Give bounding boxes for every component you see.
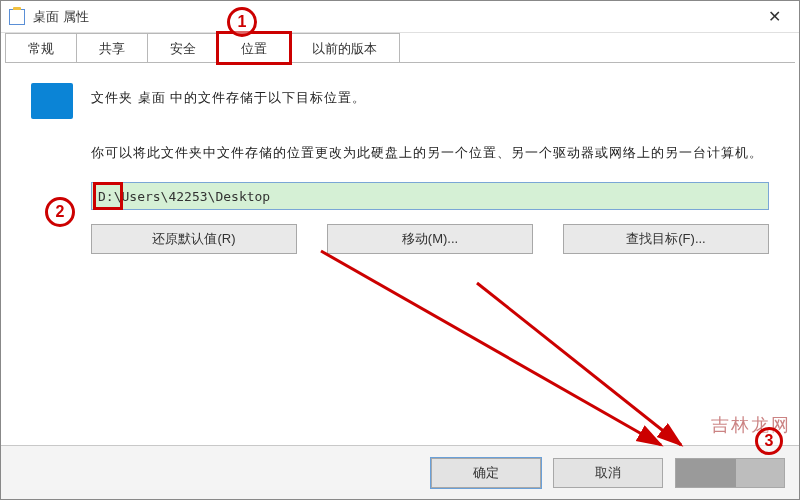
ok-button[interactable]: 确定	[431, 458, 541, 488]
watermark: 吉林龙网	[711, 413, 791, 437]
restore-defaults-button[interactable]: 还原默认值(R)	[91, 224, 297, 254]
description-line1: 文件夹 桌面 中的文件存储于以下目标位置。	[91, 83, 366, 107]
tab-strip: 常规 共享 安全 位置 以前的版本	[5, 33, 795, 63]
apply-censor-mask	[676, 459, 736, 487]
path-row	[91, 182, 769, 210]
description-line2: 你可以将此文件夹中文件存储的位置更改为此硬盘上的另一个位置、另一个驱动器或网络上…	[91, 141, 769, 164]
window-title: 桌面 属性	[33, 8, 89, 26]
tab-sharing[interactable]: 共享	[76, 33, 148, 62]
location-buttons: 还原默认值(R) 移动(M)... 查找目标(F)...	[91, 224, 769, 254]
location-path-input[interactable]	[91, 182, 769, 210]
titlebar: 桌面 属性 ✕	[1, 1, 799, 33]
svg-line-1	[477, 283, 681, 445]
dialog-footer: 确定 取消	[1, 445, 799, 499]
cancel-button[interactable]: 取消	[553, 458, 663, 488]
tab-location[interactable]: 位置	[218, 33, 290, 63]
tab-general[interactable]: 常规	[5, 33, 77, 62]
close-icon[interactable]: ✕	[758, 7, 791, 26]
find-target-button[interactable]: 查找目标(F)...	[563, 224, 769, 254]
folder-icon	[9, 9, 25, 25]
tab-previous-versions[interactable]: 以前的版本	[289, 33, 400, 62]
tab-security[interactable]: 安全	[147, 33, 219, 62]
annotation-arrow-1	[311, 245, 691, 475]
apply-button[interactable]	[675, 458, 785, 488]
move-button[interactable]: 移动(M)...	[327, 224, 533, 254]
tab-panel-location: 文件夹 桌面 中的文件存储于以下目标位置。 你可以将此文件夹中文件存储的位置更改…	[1, 63, 799, 264]
desktop-folder-icon	[31, 83, 73, 119]
svg-line-0	[321, 251, 661, 445]
